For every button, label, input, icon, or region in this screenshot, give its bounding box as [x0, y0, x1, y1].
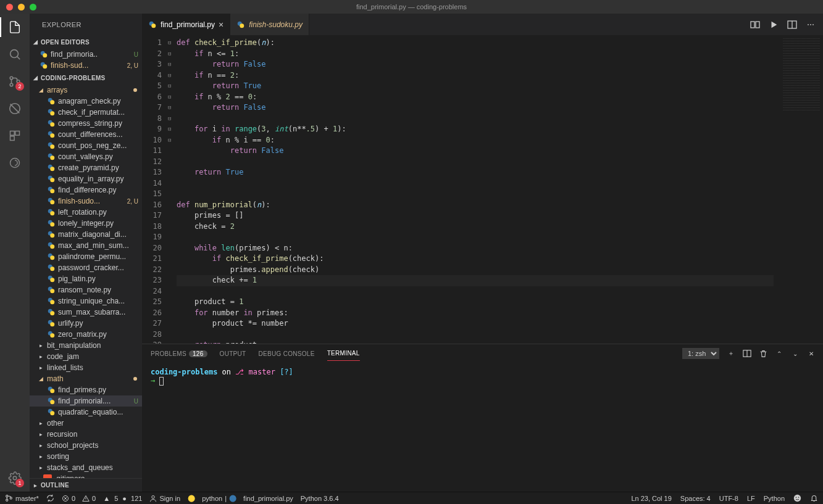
sb-signin[interactable]: Sign in: [149, 495, 180, 502]
svg-rect-5: [10, 131, 15, 136]
sb-python-env[interactable]: ⬤ python | ⬤ find_primorial.py: [188, 494, 293, 502]
folder-bit_manipulation[interactable]: ▸bit_manipulation: [30, 340, 142, 351]
split-terminal-icon[interactable]: [743, 349, 751, 358]
svg-point-8: [10, 159, 20, 168]
file-item[interactable]: find_primes.py: [30, 384, 142, 395]
folder-code_jam[interactable]: ▸code_jam: [30, 351, 142, 362]
sb-cursor[interactable]: Ln 23, Col 19: [631, 495, 671, 502]
terminal-selector[interactable]: 1: zsh: [682, 348, 719, 359]
sb-errors[interactable]: 0 0: [62, 495, 96, 502]
svg-point-37: [50, 222, 54, 226]
file-item[interactable]: check_if_permutat...: [30, 107, 142, 118]
sb-encoding[interactable]: UTF-8: [719, 495, 738, 502]
close-window[interactable]: [6, 4, 13, 10]
extensions-icon[interactable]: [7, 128, 22, 143]
folder-arrays[interactable]: ◢arrays: [30, 85, 142, 96]
editor-tab[interactable]: finish-sudoku.py: [230, 14, 309, 35]
run-icon[interactable]: [769, 20, 779, 30]
editor-tab[interactable]: find_primorial.py×: [142, 14, 230, 35]
file-item[interactable]: palindrome_permu...: [30, 251, 142, 262]
minimap[interactable]: [774, 35, 823, 344]
fold-gutter[interactable]: ⊟⊟ ⊟ ⊟ ⊟⊟ ⊟ ⊟⊟ ⊟: [168, 35, 177, 344]
more-icon[interactable]: ⋯: [806, 20, 816, 30]
folder-linked_lists[interactable]: ▸linked_lists: [30, 362, 142, 373]
file-item[interactable]: find_primorial....U: [30, 395, 142, 407]
file-item[interactable]: left_rotation.py: [30, 207, 142, 218]
file-item[interactable]: string_unique_cha...: [30, 295, 142, 307]
folder-recursion[interactable]: ▸recursion: [30, 429, 142, 440]
file-item[interactable]: ransom_note.py: [30, 284, 142, 295]
open-editor-item[interactable]: find_primoria..U: [30, 49, 142, 60]
debug-icon[interactable]: [7, 101, 22, 116]
editor-body[interactable]: 1234567891011121314151617181920212223242…: [142, 35, 823, 344]
file-item[interactable]: count_differences...: [30, 129, 142, 140]
file-item[interactable]: urlify.py: [30, 318, 142, 329]
svg-rect-70: [756, 22, 759, 28]
trash-icon[interactable]: [759, 349, 767, 358]
tab-terminal[interactable]: TERMINAL: [327, 346, 360, 361]
svg-point-19: [50, 122, 54, 126]
file-item[interactable]: count_pos_neg_ze...: [30, 140, 142, 151]
tab-debug-console[interactable]: DEBUG CONSOLE: [259, 347, 315, 361]
sb-branch[interactable]: master*: [5, 494, 39, 502]
split-editor-icon[interactable]: [787, 20, 797, 30]
svg-point-77: [10, 497, 12, 499]
close-panel-icon[interactable]: ✕: [807, 349, 816, 358]
file-item[interactable]: max_and_min_sum...: [30, 240, 142, 251]
sb-tests[interactable]: ▲ 5 ● 121: [103, 495, 142, 502]
new-terminal-icon[interactable]: ＋: [727, 349, 735, 358]
explorer-icon[interactable]: [7, 20, 22, 35]
file-item[interactable]: zero_matrix.py: [30, 329, 142, 340]
file-item[interactable]: anagram_check.py: [30, 96, 142, 107]
tab-actions: ⋯: [750, 14, 823, 35]
terminal-content[interactable]: coding-problems on ⎇ master [?] →: [142, 363, 823, 492]
file-item[interactable]: lonely_integer.py: [30, 218, 142, 229]
outline-header[interactable]: ▸OUTLINE: [30, 478, 142, 492]
code-content[interactable]: def check_if_prime(n): if n <= 1: return…: [177, 35, 774, 344]
svg-point-41: [50, 244, 54, 249]
sb-spaces[interactable]: Spaces: 4: [680, 495, 711, 502]
svg-point-23: [50, 144, 54, 149]
maximize-window[interactable]: [30, 4, 36, 10]
tab-output[interactable]: OUTPUT: [220, 347, 246, 361]
sb-feedback-icon[interactable]: [793, 494, 801, 502]
file-item[interactable]: compress_string.py: [30, 118, 142, 129]
open-editor-item[interactable]: finish-sud...2, U: [30, 60, 142, 71]
file-item[interactable]: find_difference.py: [30, 184, 142, 196]
folder-stacks_and_queues[interactable]: ▸stacks_and_queues: [30, 462, 142, 473]
project-header[interactable]: ◢CODING-PROBLEMS: [30, 71, 142, 85]
titlebar: find_primorial.py — coding-problems: [0, 0, 823, 14]
file-item[interactable]: pig_latin.py: [30, 273, 142, 284]
svg-point-0: [10, 50, 19, 58]
search-icon[interactable]: [7, 47, 22, 62]
sb-eol[interactable]: LF: [747, 495, 755, 502]
tab-problems[interactable]: PROBLEMS126: [151, 347, 207, 361]
compare-icon[interactable]: [750, 20, 760, 30]
maximize-panel-icon[interactable]: ⌃: [775, 349, 783, 358]
folder-math[interactable]: ◢math: [30, 373, 142, 384]
folder-school_projects[interactable]: ▸school_projects: [30, 440, 142, 451]
file-item[interactable]: sum_max_subarra...: [30, 307, 142, 318]
folder-other[interactable]: ▸other: [30, 418, 142, 429]
window-title: find_primorial.py — coding-problems: [356, 3, 467, 10]
chevron-down-icon[interactable]: ⌄: [791, 349, 800, 358]
file-item[interactable]: finish-sudo...2, U: [30, 196, 142, 207]
sb-lang[interactable]: Python: [764, 495, 785, 502]
sb-bell-icon[interactable]: [810, 494, 818, 502]
settings-gear-icon[interactable]: 1: [7, 471, 22, 485]
file-item[interactable]: matrix_diagonal_di...: [30, 229, 142, 240]
sb-sync[interactable]: [46, 494, 54, 502]
file-item[interactable]: count_valleys.py: [30, 151, 142, 162]
folder-sorting[interactable]: ▸sorting: [30, 451, 142, 462]
file-gitignore[interactable]: .gitignore: [30, 473, 142, 478]
sb-python-ver[interactable]: Python 3.6.4: [301, 495, 339, 502]
close-tab-icon[interactable]: ×: [219, 20, 224, 30]
file-item[interactable]: password_cracker...: [30, 262, 142, 273]
file-item[interactable]: quadratic_equatio...: [30, 407, 142, 418]
source-control-icon[interactable]: 2: [7, 74, 22, 89]
file-item[interactable]: equality_in_array.py: [30, 173, 142, 184]
liveshare-icon[interactable]: [7, 155, 22, 170]
minimize-window[interactable]: [18, 4, 25, 10]
file-item[interactable]: create_pyramid.py: [30, 162, 142, 173]
open-editors-header[interactable]: ◢OPEN EDITORS: [30, 35, 142, 49]
